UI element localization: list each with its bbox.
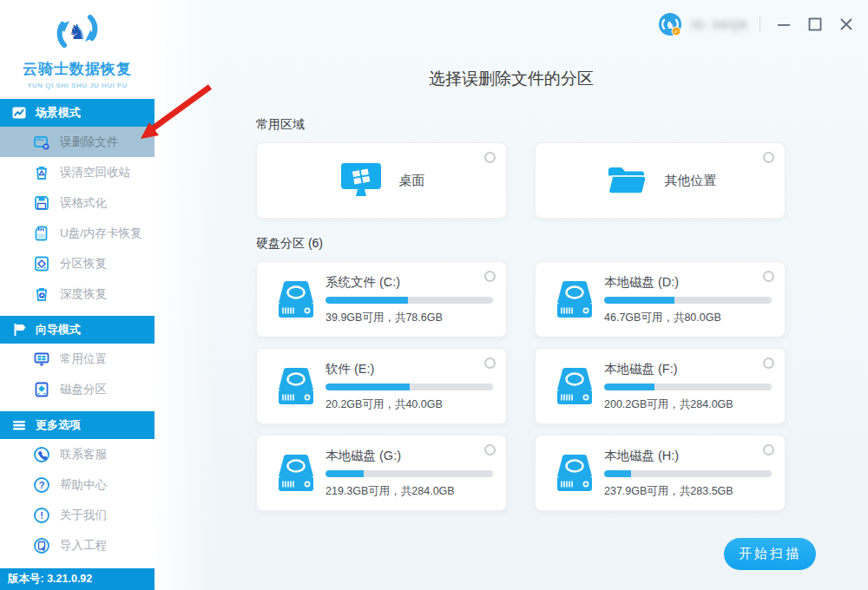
contact-support-icon bbox=[33, 446, 50, 463]
sidebar-item-help-center[interactable]: ? 帮助中心 bbox=[0, 469, 155, 500]
disk-h-radio[interactable] bbox=[763, 444, 774, 456]
disk-d-radio[interactable] bbox=[763, 271, 774, 282]
other-location-radio[interactable] bbox=[763, 152, 774, 163]
hard-drive-icon bbox=[277, 366, 315, 406]
desktop-card[interactable]: 桌面 bbox=[256, 142, 507, 219]
app-subtitle: YUN QI SHI SHU JU HUI FU bbox=[0, 82, 155, 89]
disk-card-h[interactable]: 本地磁盘 (H:) 237.9GB可用，共283.5GB bbox=[535, 435, 786, 511]
sidebar-item-label: 帮助中心 bbox=[60, 477, 107, 493]
sidebar-item-label: 常用位置 bbox=[60, 351, 107, 367]
sidebar-item-usb-memory-card[interactable]: U盘/内存卡恢复 bbox=[0, 218, 155, 248]
wizard-mode-icon bbox=[11, 322, 27, 338]
logo-circular-arrows-icon: ♞ bbox=[50, 5, 104, 57]
sidebar-item-formatted[interactable]: 误格式化 bbox=[0, 187, 155, 218]
other-location-card-label: 其他位置 bbox=[665, 173, 717, 189]
close-icon bbox=[839, 17, 853, 31]
deep-recovery-icon bbox=[33, 285, 50, 303]
disk-detail: 46.7GB可用，共80.0GB bbox=[604, 311, 773, 325]
disk-usage-bar bbox=[326, 297, 493, 304]
sidebar-item-contact-support[interactable]: 联系客服 bbox=[0, 439, 155, 469]
common-location-icon bbox=[33, 351, 50, 368]
other-location-card[interactable]: 其他位置 bbox=[535, 142, 786, 219]
section-header-wizard-mode: 向导模式 bbox=[0, 316, 155, 344]
common-area-label: 常用区域 bbox=[256, 117, 786, 133]
svg-text:✓: ✓ bbox=[674, 29, 679, 35]
minimize-button[interactable] bbox=[773, 13, 795, 36]
hard-drive-icon bbox=[277, 279, 315, 319]
sidebar-item-common-locations[interactable]: 常用位置 bbox=[0, 344, 155, 374]
main-panel: ♞ ✓ ID: 34IQ8 选择误删除文件的分区 常用区域 bbox=[155, 0, 868, 590]
disk-card-c[interactable]: 系统文件 (C:) 39.9GB可用，共78.6GB bbox=[256, 261, 507, 338]
section-label: 场景模式 bbox=[36, 105, 81, 121]
disk-usage-bar bbox=[604, 297, 772, 304]
import-project-icon bbox=[33, 537, 50, 554]
sidebar-item-deleted-files[interactable]: 误删除文件 bbox=[0, 127, 155, 157]
disk-c-radio[interactable] bbox=[484, 271, 496, 282]
svg-text:!: ! bbox=[40, 510, 43, 521]
user-id-masked: ID: 34IQ8 bbox=[691, 18, 747, 31]
disk-f-radio[interactable] bbox=[763, 357, 774, 369]
hard-drive-icon bbox=[556, 366, 594, 406]
close-button[interactable] bbox=[835, 13, 858, 36]
sidebar-item-label: 磁盘分区 bbox=[60, 382, 107, 397]
svg-text:?: ? bbox=[39, 480, 45, 490]
disk-card-g[interactable]: 本地磁盘 (G:) 219.3GB可用，共284.0GB bbox=[256, 435, 507, 511]
sidebar-item-label: 分区恢复 bbox=[60, 256, 107, 272]
disk-grid: 系统文件 (C:) 39.9GB可用，共78.6GB 本地磁盘 (D:) bbox=[256, 261, 786, 511]
disk-usage-bar bbox=[326, 470, 493, 477]
sidebar-item-label: 误删除文件 bbox=[60, 134, 119, 150]
sidebar-item-label: 深度恢复 bbox=[60, 286, 107, 302]
account-avatar[interactable]: ♞ ✓ bbox=[658, 12, 682, 36]
section-label: 更多选项 bbox=[36, 417, 81, 433]
svg-text:♞: ♞ bbox=[68, 20, 87, 43]
sidebar-item-label: U盘/内存卡恢复 bbox=[60, 226, 142, 241]
folder-icon bbox=[604, 162, 649, 199]
sidebar-item-label: 误清空回收站 bbox=[60, 165, 130, 180]
disk-name: 本地磁盘 (G:) bbox=[326, 448, 494, 464]
format-icon bbox=[33, 194, 50, 212]
start-scan-button[interactable]: 开始扫描 bbox=[724, 538, 816, 570]
about-us-icon: ! bbox=[33, 507, 50, 524]
disk-g-radio[interactable] bbox=[484, 444, 496, 456]
disk-name: 本地磁盘 (F:) bbox=[604, 361, 773, 377]
partition-recovery-icon bbox=[33, 255, 50, 272]
disk-section-label: 硬盘分区 (6) bbox=[256, 236, 786, 252]
desktop-icon bbox=[339, 161, 384, 200]
maximize-icon bbox=[808, 17, 822, 31]
common-cards-row: 桌面 其他位置 bbox=[256, 142, 786, 219]
scene-mode-icon bbox=[11, 105, 27, 121]
disk-e-radio[interactable] bbox=[484, 357, 496, 369]
disk-name: 系统文件 (C:) bbox=[326, 274, 494, 291]
disk-card-f[interactable]: 本地磁盘 (F:) 200.2GB可用，共284.0GB bbox=[535, 348, 786, 424]
sidebar: ♞ 云骑士数据恢复 YUN QI SHI SHU JU HUI FU 场景模式 … bbox=[0, 0, 155, 590]
disk-detail: 20.2GB可用，共40.0GB bbox=[326, 397, 494, 412]
disk-detail: 219.3GB可用，共284.0GB bbox=[326, 484, 494, 499]
disk-usage-bar bbox=[604, 384, 772, 390]
avatar-logo-icon: ♞ ✓ bbox=[658, 12, 682, 36]
maximize-button[interactable] bbox=[804, 13, 826, 36]
sidebar-item-deep-recovery[interactable]: 深度恢复 bbox=[0, 279, 155, 309]
disk-detail: 39.9GB可用，共78.6GB bbox=[326, 311, 494, 325]
sidebar-item-partition-recovery[interactable]: 分区恢复 bbox=[0, 248, 155, 279]
more-options-icon bbox=[11, 417, 27, 433]
titlebar: ♞ ✓ ID: 34IQ8 bbox=[658, 10, 858, 38]
disk-usage-bar bbox=[326, 384, 493, 390]
sidebar-item-about-us[interactable]: ! 关于我们 bbox=[0, 500, 155, 530]
desktop-radio[interactable] bbox=[484, 152, 496, 163]
sidebar-item-label: 联系客服 bbox=[60, 447, 107, 462]
sidebar-item-disk-partitions[interactable]: 磁盘分区 bbox=[0, 374, 155, 404]
disk-usage-bar bbox=[604, 470, 772, 477]
hard-drive-icon bbox=[556, 453, 594, 493]
sidebar-item-emptied-recycle-bin[interactable]: 误清空回收站 bbox=[0, 157, 155, 187]
help-center-icon: ? bbox=[33, 476, 50, 494]
sidebar-item-import-project[interactable]: 导入工程 bbox=[0, 530, 155, 560]
section-header-scene-mode: 场景模式 bbox=[0, 99, 155, 127]
disk-card-d[interactable]: 本地磁盘 (D:) 46.7GB可用，共80.0GB bbox=[535, 261, 786, 338]
app-logo: ♞ 云骑士数据恢复 YUN QI SHI SHU JU HUI FU bbox=[0, 0, 155, 99]
disk-card-e[interactable]: 软件 (E:) 20.2GB可用，共40.0GB bbox=[256, 348, 507, 424]
memory-card-icon bbox=[33, 225, 50, 242]
disk-detail: 200.2GB可用，共284.0GB bbox=[604, 397, 773, 412]
content-area: 常用区域 桌面 其他位置 bbox=[256, 117, 786, 511]
sidebar-item-label: 导入工程 bbox=[60, 538, 107, 554]
sidebar-item-label: 关于我们 bbox=[60, 508, 107, 523]
